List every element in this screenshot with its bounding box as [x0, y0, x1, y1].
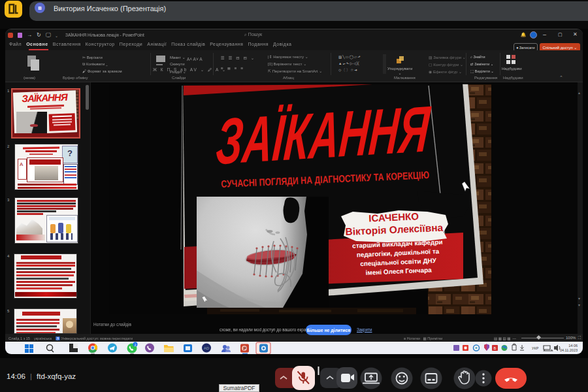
svg-text:ЗАЇКАННЯ: ЗАЇКАННЯ: [214, 92, 433, 178]
svg-text:14:06: 14:06: [568, 344, 578, 348]
svg-text:ІСАЧЕНКО: ІСАЧЕНКО: [368, 210, 419, 223]
svg-text:Б: Б: [494, 346, 497, 350]
svg-text:2: 2: [135, 343, 137, 347]
svg-text:AD: AD: [204, 346, 210, 350]
svg-text:УКР: УКР: [532, 346, 539, 350]
svg-text:04.11.2023: 04.11.2023: [560, 348, 578, 352]
svg-text:P: P: [243, 346, 246, 351]
